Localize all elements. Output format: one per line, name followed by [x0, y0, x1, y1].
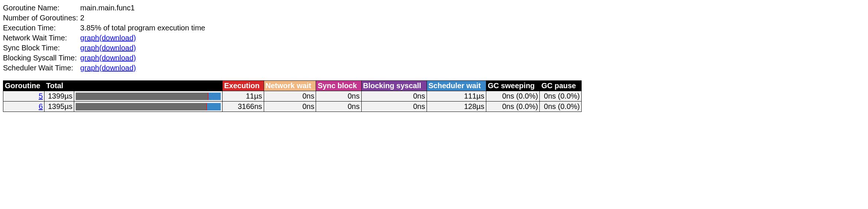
goroutine-info-table: Goroutine Name: main.main.func1 Number o…	[3, 3, 207, 73]
goroutine-data-table: Goroutine Total Execution Network wait S…	[3, 80, 582, 112]
header-blocking: Blocking syscall	[361, 81, 427, 91]
bar-segment-scheduler	[207, 103, 221, 110]
cell-total: 1395µs	[45, 102, 74, 112]
cell-goroutine-id: 5	[3, 91, 45, 102]
cell-execution: 3166ns	[223, 102, 264, 112]
info-blocking-label: Blocking Syscall Time:	[3, 53, 80, 63]
cell-network: 0ns	[264, 102, 316, 112]
cell-gc_pause: 0ns (0.0%)	[540, 91, 582, 102]
time-bar	[76, 93, 221, 100]
header-network: Network wait	[264, 81, 316, 91]
network-download-link[interactable]: (download)	[99, 34, 136, 42]
cell-gc_sweeping: 0ns (0.0%)	[486, 102, 540, 112]
blocking-graph-link[interactable]: graph	[80, 54, 99, 62]
info-name-label: Goroutine Name:	[3, 3, 80, 13]
cell-scheduler: 128µs	[427, 102, 486, 112]
header-gc-sweeping: GC sweeping	[486, 81, 540, 91]
info-sync-label: Sync Block Time:	[3, 43, 80, 53]
cell-blocking: 0ns	[361, 91, 427, 102]
info-scheduler-label: Scheduler Wait Time:	[3, 63, 80, 73]
bar-segment-other	[76, 103, 206, 110]
time-bar	[76, 103, 221, 110]
goroutine-link[interactable]: 5	[39, 92, 43, 100]
info-count-value: 2	[80, 13, 207, 23]
cell-bar	[74, 102, 223, 112]
table-row: 61395µs3166ns0ns0ns0ns128µs0ns (0.0%)0ns…	[3, 102, 582, 112]
info-exec-label: Execution Time:	[3, 23, 80, 33]
cell-network: 0ns	[264, 91, 316, 102]
header-sync: Sync block	[316, 81, 361, 91]
info-name-value: main.main.func1	[80, 3, 207, 13]
header-total: Total	[45, 81, 223, 91]
cell-goroutine-id: 6	[3, 102, 45, 112]
cell-execution: 11µs	[223, 91, 264, 102]
cell-sync: 0ns	[316, 102, 361, 112]
scheduler-download-link[interactable]: (download)	[99, 64, 136, 72]
blocking-download-link[interactable]: (download)	[99, 54, 136, 62]
cell-blocking: 0ns	[361, 102, 427, 112]
info-exec-value: 3.85% of total program execution time	[80, 23, 207, 33]
sync-graph-link[interactable]: graph	[80, 44, 99, 52]
network-graph-link[interactable]: graph	[80, 34, 99, 42]
cell-sync: 0ns	[316, 91, 361, 102]
cell-bar	[74, 91, 223, 102]
table-row: 51399µs11µs0ns0ns0ns111µs0ns (0.0%)0ns (…	[3, 91, 582, 102]
scheduler-graph-link[interactable]: graph	[80, 64, 99, 72]
bar-segment-scheduler	[208, 93, 221, 100]
header-scheduler: Scheduler wait	[427, 81, 486, 91]
cell-total: 1399µs	[45, 91, 74, 102]
cell-gc_sweeping: 0ns (0.0%)	[486, 91, 540, 102]
goroutine-link[interactable]: 6	[39, 102, 43, 110]
cell-scheduler: 111µs	[427, 91, 486, 102]
sync-download-link[interactable]: (download)	[99, 44, 136, 52]
header-goroutine: Goroutine	[3, 81, 45, 91]
info-count-label: Number of Goroutines:	[3, 13, 80, 23]
header-execution: Execution	[223, 81, 264, 91]
info-network-label: Network Wait Time:	[3, 33, 80, 43]
header-gc-pause: GC pause	[540, 81, 582, 91]
bar-segment-other	[76, 93, 208, 100]
cell-gc_pause: 0ns (0.0%)	[540, 102, 582, 112]
